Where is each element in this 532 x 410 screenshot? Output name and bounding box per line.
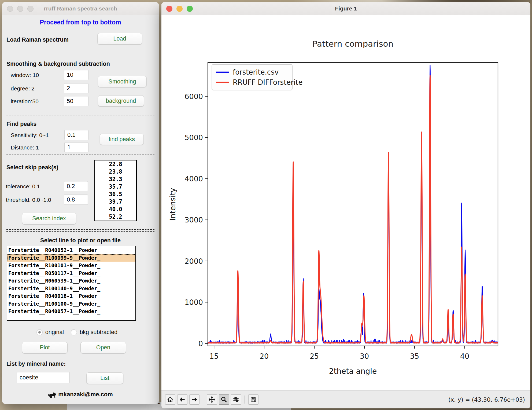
iteration-input[interactable] [64,96,88,106]
mineral-name-input[interactable] [17,372,70,383]
background-button[interactable]: background [98,95,144,107]
configure-subplots-icon[interactable] [231,394,241,405]
tolerance-input[interactable] [64,181,88,191]
skip-peak-value[interactable]: 39.7 [95,198,136,206]
window-label: window: 10 [11,72,39,78]
svg-text:3000: 3000 [184,216,203,224]
file-list-item[interactable]: Forsterite__R040052-1__Powder_ [7,246,135,254]
figure-window: Figure 1 Pattern comparison1520253035400… [161,2,530,408]
radio-original-label: original [45,329,64,336]
double-separator [6,229,154,232]
separator [6,55,154,55]
degree-input[interactable] [64,83,88,93]
toolbar-separator [245,396,245,404]
radio-original[interactable] [36,329,43,335]
skip-peak-value[interactable]: 40.0 [95,206,136,213]
save-icon[interactable] [248,394,258,405]
forward-icon[interactable] [189,394,200,405]
plot-mode-radios: original bkg subtracted [2,329,159,336]
file-list-item[interactable]: Forsterite__R100140-9__Powder_ [7,285,135,292]
radio-bkg-subtracted[interactable] [71,329,77,335]
svg-text:1000: 1000 [184,298,203,306]
find-peaks-button[interactable]: find peaks [100,134,144,145]
list-button[interactable]: List [86,372,123,384]
home-icon[interactable] [165,394,175,405]
find-peaks-title: Find peaks [6,121,36,127]
plot-button[interactable]: Plot [22,342,68,353]
svg-text:4000: 4000 [184,175,203,183]
back-icon[interactable] [177,394,187,405]
svg-text:40: 40 [460,352,469,360]
file-list-item[interactable]: Forsterite__R100099-9__Powder_ [7,254,135,262]
skip-peak-value[interactable]: 36.5 [95,191,136,198]
svg-text:15: 15 [209,352,219,360]
search-index-button[interactable]: Search index [22,213,76,224]
separator [6,115,154,115]
left-titlebar[interactable]: rruff Raman spectra search [2,2,159,15]
svg-text:2000: 2000 [184,257,203,265]
threshold-input[interactable] [64,195,88,205]
pattern-comparison-chart[interactable]: Pattern comparison1520253035400100020003… [161,15,530,391]
zoom-icon[interactable] [219,394,229,405]
skip-peak-value[interactable]: 32.3 [95,175,136,183]
smoothing-button[interactable]: Smoothing [98,76,147,87]
figure-titlebar[interactable]: Figure 1 [161,2,530,15]
figure-title: Figure 1 [161,5,530,12]
open-button[interactable]: Open [80,342,126,353]
footer-email: mkanzaki@me.com [58,391,113,398]
raman-search-window: rruff Raman spectra search Proceed from … [2,2,159,404]
svg-text:RRUFF DIFForsterite: RRUFF DIFForsterite [233,78,302,86]
svg-text:Pattern comparison: Pattern comparison [312,39,393,49]
skip-peak-value[interactable]: 35.7 [95,183,136,191]
svg-text:30: 30 [360,352,369,360]
file-list-item[interactable]: Forsterite__R040018-1__Powder_ [7,292,135,300]
window-input[interactable] [64,70,88,80]
svg-text:25: 25 [310,352,319,360]
file-list-item[interactable]: Forsterite__R100101-9__Powder_ [7,262,135,269]
distance-input[interactable] [64,142,88,152]
file-listbox[interactable]: Forsterite__R040052-1__Powder_ Forsterit… [7,246,136,321]
svg-text:6000: 6000 [184,92,203,101]
skip-peaks-title: Select skip peak(s) [6,164,58,171]
pan-icon[interactable] [207,394,217,405]
skip-peak-value[interactable]: 52.2 [95,213,136,221]
svg-text:35: 35 [410,352,419,360]
svg-text:2theta angle: 2theta angle [329,367,377,376]
toolbar-separator [203,396,203,404]
svg-text:20: 20 [260,352,269,360]
separator [6,155,154,155]
cursor-position-readout: (x, y) = (43.30, 6.76e+03) [448,396,525,403]
distance-label: Distance: 1 [11,144,39,151]
window-title: rruff Raman spectra search [2,5,159,12]
skip-peak-value[interactable]: 23.8 [95,168,136,175]
threshold-label: threshold: 0.0~1.0 [6,197,51,203]
skip-peak-value[interactable]: 22.8 [95,160,136,168]
file-list-item[interactable]: Forsterite__R050117-1__Powder_ [7,269,135,277]
svg-text:5000: 5000 [184,133,203,142]
tolerance-label: tolerance: 0.1 [6,183,40,190]
degree-label: degree: 2 [11,85,35,92]
svg-text:forsterite.csv: forsterite.csv [233,68,279,76]
file-list-title: Select line to plot or open file [2,237,159,244]
instruction-text: Proceed from top to bottom [2,19,159,26]
sensitivity-input[interactable] [64,130,88,140]
svg-text:Intensity: Intensity [168,188,177,221]
file-list-item[interactable]: Forsterite__R060539-1__Powder_ [7,277,135,285]
file-list-item[interactable]: Forsterite__R040057-1__Powder_ [7,308,135,315]
skip-peaks-listbox[interactable]: 22.8 23.8 32.3 35.7 36.5 39.7 40.0 52.2 [94,160,137,221]
radio-bkg-label: bkg subtracted [80,329,117,336]
black-cat-icon [48,391,57,398]
file-list-item[interactable]: Forsterite__R100100-9__Powder_ [7,300,135,308]
smoothing-section-title: Smoothing & background subtraction [6,61,110,67]
sensitivity-label: Sensitivity: 0~1 [11,132,49,138]
mineral-name-label: List by mineral name: [6,361,66,367]
iteration-label: iteration:50 [11,98,39,105]
svg-text:0: 0 [198,339,203,348]
load-section-label: Load Raman spectrum [6,36,69,43]
load-button[interactable]: Load [97,33,142,45]
footer: mkanzaki@me.com [2,391,159,398]
